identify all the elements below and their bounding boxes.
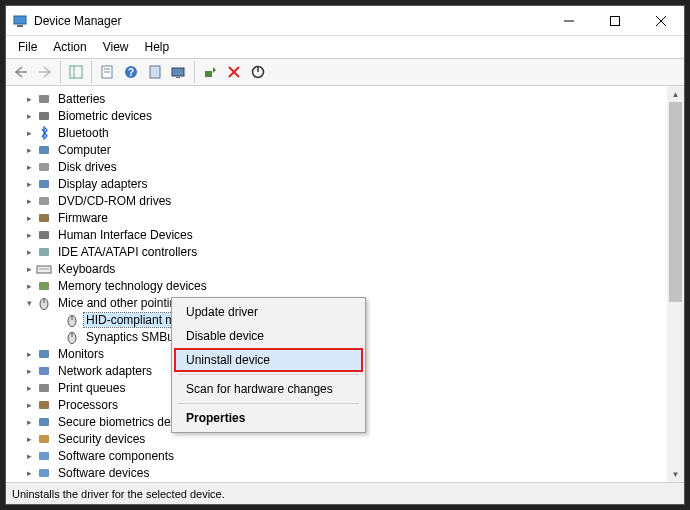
chip-icon: [36, 210, 52, 226]
menu-file[interactable]: File: [10, 38, 45, 56]
chevron-icon[interactable]: ▸: [22, 383, 36, 393]
update-driver-button[interactable]: [199, 61, 221, 83]
chevron-icon[interactable]: ▸: [22, 264, 36, 274]
vertical-scrollbar[interactable]: ▲▼: [667, 86, 684, 482]
context-menu-item[interactable]: Scan for hardware changes: [174, 377, 363, 401]
chevron-icon[interactable]: ▸: [22, 145, 36, 155]
context-menu-item[interactable]: Update driver: [174, 300, 363, 324]
disk-icon: [36, 159, 52, 175]
context-menu-item[interactable]: Disable device: [174, 324, 363, 348]
minimize-button[interactable]: [546, 6, 592, 36]
category-label: Software devices: [56, 466, 151, 480]
mouse-icon: [36, 295, 52, 311]
chevron-icon[interactable]: ▸: [22, 247, 36, 257]
show-hide-tree-button[interactable]: [65, 61, 87, 83]
tree-category[interactable]: ▸Display adapters: [8, 175, 682, 192]
properties-button[interactable]: [96, 61, 118, 83]
chevron-icon[interactable]: ▸: [22, 451, 36, 461]
category-label: Print queues: [56, 381, 127, 395]
device-label: HID-compliant mo: [84, 313, 184, 327]
tree-category[interactable]: ▸Software devices: [8, 464, 682, 481]
scroll-down-icon[interactable]: ▼: [667, 466, 684, 482]
tree-category[interactable]: ▸Sound, video and game controllers: [8, 481, 682, 482]
app-icon: [12, 13, 28, 29]
menu-view[interactable]: View: [95, 38, 137, 56]
tree-category[interactable]: ▸Keyboards: [8, 260, 682, 277]
close-button[interactable]: [638, 6, 684, 36]
svg-rect-24: [39, 180, 49, 188]
chevron-icon[interactable]: ▸: [22, 400, 36, 410]
svg-rect-28: [39, 248, 49, 256]
security-icon: [36, 431, 52, 447]
svg-rect-23: [39, 163, 49, 171]
svg-rect-39: [39, 367, 49, 375]
category-label: Computer: [56, 143, 113, 157]
chevron-icon[interactable]: ▸: [22, 417, 36, 427]
maximize-button[interactable]: [592, 6, 638, 36]
forward-button[interactable]: [34, 61, 56, 83]
chevron-icon[interactable]: ▸: [22, 213, 36, 223]
tree-category[interactable]: ▸Disk drives: [8, 158, 682, 175]
context-menu-item[interactable]: Uninstall device: [174, 348, 363, 372]
svg-rect-1: [17, 25, 23, 27]
category-label: Batteries: [56, 92, 107, 106]
svg-rect-16: [205, 71, 212, 77]
svg-rect-45: [39, 469, 49, 477]
chevron-icon[interactable]: ▸: [22, 366, 36, 376]
chevron-icon[interactable]: ▸: [22, 434, 36, 444]
svg-rect-21: [39, 112, 49, 120]
action-button[interactable]: [144, 61, 166, 83]
network-icon: [36, 363, 52, 379]
tree-category[interactable]: ▸Batteries: [8, 90, 682, 107]
tree-category[interactable]: ▸Memory technology devices: [8, 277, 682, 294]
svg-rect-22: [39, 146, 49, 154]
scroll-thumb[interactable]: [669, 102, 682, 302]
chevron-icon[interactable]: ▸: [22, 128, 36, 138]
chevron-icon[interactable]: ▸: [22, 468, 36, 478]
chevron-icon[interactable]: ▸: [22, 230, 36, 240]
cpu-icon: [36, 397, 52, 413]
tree-category[interactable]: ▸Firmware: [8, 209, 682, 226]
disable-button[interactable]: [247, 61, 269, 83]
titlebar[interactable]: Device Manager: [6, 6, 684, 36]
scan-button[interactable]: [168, 61, 190, 83]
chevron-icon[interactable]: ▸: [22, 162, 36, 172]
scroll-up-icon[interactable]: ▲: [667, 86, 684, 102]
software-icon: [36, 448, 52, 464]
svg-rect-43: [39, 435, 49, 443]
tree-category[interactable]: ▸Bluetooth: [8, 124, 682, 141]
tree-category[interactable]: ▸Biometric devices: [8, 107, 682, 124]
context-menu-item[interactable]: Properties: [174, 406, 363, 430]
category-label: Secure biometrics dev: [56, 415, 179, 429]
svg-rect-13: [150, 66, 160, 78]
monitor-icon: [36, 346, 52, 362]
menu-action[interactable]: Action: [45, 38, 94, 56]
category-label: Disk drives: [56, 160, 119, 174]
printer-icon: [36, 380, 52, 396]
tree-category[interactable]: ▸Computer: [8, 141, 682, 158]
svg-rect-20: [39, 95, 49, 103]
tree-category[interactable]: ▸Software components: [8, 447, 682, 464]
hid-icon: [36, 227, 52, 243]
tree-category[interactable]: ▸Human Interface Devices: [8, 226, 682, 243]
mouse-icon: [64, 329, 80, 345]
back-button[interactable]: [10, 61, 32, 83]
svg-rect-14: [172, 68, 184, 76]
menu-help[interactable]: Help: [137, 38, 178, 56]
sound-icon: [36, 482, 52, 483]
chevron-icon[interactable]: ▸: [22, 111, 36, 121]
help-button[interactable]: ?: [120, 61, 142, 83]
chevron-icon[interactable]: ▸: [22, 196, 36, 206]
uninstall-button[interactable]: [223, 61, 245, 83]
chevron-icon[interactable]: ▾: [22, 298, 36, 308]
chevron-icon[interactable]: ▸: [22, 349, 36, 359]
toolbar-sep: [60, 61, 61, 83]
tree-category[interactable]: ▸IDE ATA/ATAPI controllers: [8, 243, 682, 260]
tree-category[interactable]: ▸DVD/CD-ROM drives: [8, 192, 682, 209]
svg-rect-27: [39, 231, 49, 239]
mouse-icon: [64, 312, 80, 328]
context-menu: Update driverDisable deviceUninstall dev…: [171, 297, 366, 433]
chevron-icon[interactable]: ▸: [22, 179, 36, 189]
chevron-icon[interactable]: ▸: [22, 94, 36, 104]
chevron-icon[interactable]: ▸: [22, 281, 36, 291]
